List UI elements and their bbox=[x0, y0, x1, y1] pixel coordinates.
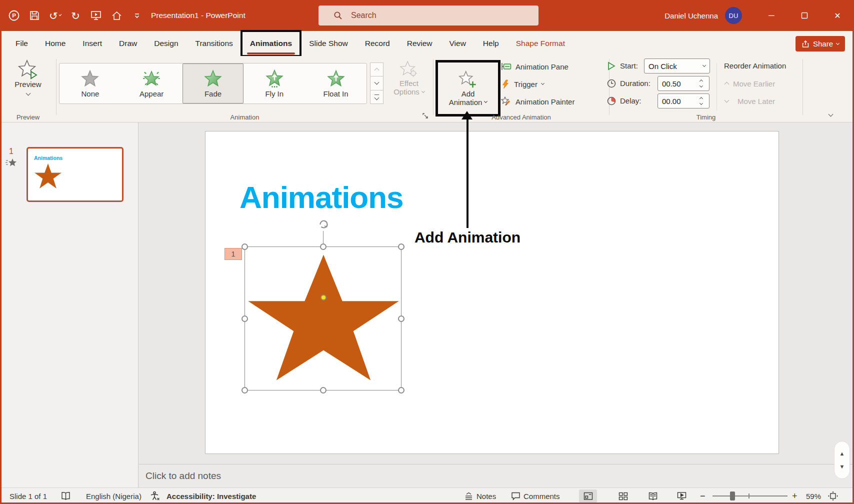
slideshow-view-button[interactable] bbox=[672, 490, 690, 502]
previous-slide-button[interactable]: ▲ bbox=[840, 450, 845, 456]
tab-view[interactable]: View bbox=[441, 31, 474, 56]
close-button[interactable]: ✕ bbox=[821, 0, 854, 31]
animation-number-badge[interactable]: 1 bbox=[224, 248, 242, 260]
gallery-scroll-down-button[interactable] bbox=[370, 76, 384, 90]
slide-thumbnail-1[interactable]: Animations bbox=[26, 147, 124, 202]
move-earlier-button[interactable]: Move Earlier bbox=[725, 76, 775, 91]
slide-title-text[interactable]: Animations bbox=[240, 180, 404, 215]
tab-file[interactable]: File bbox=[7, 31, 36, 56]
animation-painter-button[interactable]: Animation Painter bbox=[501, 94, 574, 109]
tab-record[interactable]: Record bbox=[356, 31, 398, 56]
animation-painter-label: Animation Painter bbox=[516, 98, 574, 106]
duration-input[interactable]: 00.50 bbox=[658, 76, 710, 91]
powerpoint-logo-icon[interactable]: P bbox=[8, 10, 20, 22]
start-slideshow-icon[interactable] bbox=[90, 10, 102, 22]
tab-design[interactable]: Design bbox=[146, 31, 186, 56]
notes-pane[interactable]: Click to add notes bbox=[139, 464, 854, 488]
avatar[interactable]: DU bbox=[725, 7, 742, 24]
tab-transitions[interactable]: Transitions bbox=[187, 31, 242, 56]
animation-effect-none[interactable]: None bbox=[60, 64, 121, 104]
duration-spinner[interactable] bbox=[700, 80, 705, 87]
resize-handle-se[interactable] bbox=[398, 387, 404, 394]
effect-options-icon bbox=[400, 60, 418, 79]
resize-handle-s[interactable] bbox=[320, 387, 326, 394]
delay-input[interactable]: 00.00 bbox=[658, 94, 710, 108]
trigger-button[interactable]: Trigger bbox=[501, 76, 544, 92]
zoom-slider-track[interactable] bbox=[712, 496, 788, 496]
move-later-button[interactable]: Move Later bbox=[725, 94, 775, 108]
resize-handle-sw[interactable] bbox=[242, 387, 248, 394]
animation-effect-fly-in[interactable]: Fly In bbox=[244, 64, 305, 104]
gallery-scroll-up-button[interactable] bbox=[370, 62, 384, 76]
comments-toggle[interactable]: Comments bbox=[511, 488, 560, 504]
animation-effect-float-in[interactable]: Float In bbox=[305, 64, 366, 104]
add-animation-button[interactable]: Add Animation bbox=[449, 70, 488, 106]
tab-insert[interactable]: Insert bbox=[74, 31, 110, 56]
save-icon[interactable] bbox=[28, 10, 40, 22]
zoom-slider-thumb[interactable] bbox=[730, 492, 735, 500]
undo-icon[interactable]: ↺ bbox=[49, 10, 61, 22]
collapse-ribbon-icon[interactable] bbox=[828, 112, 834, 117]
float-in-star-icon bbox=[327, 70, 345, 88]
share-button[interactable]: Share bbox=[796, 36, 845, 52]
resize-handle-nw[interactable] bbox=[242, 244, 248, 250]
accessibility-status[interactable]: Accessibility: Investigate bbox=[166, 488, 256, 504]
animation-effect-fade[interactable]: Fade bbox=[182, 64, 244, 104]
delay-spinner[interactable] bbox=[700, 98, 705, 104]
maximize-button[interactable] bbox=[788, 0, 821, 31]
customize-qat-chevron-icon[interactable] bbox=[131, 10, 143, 22]
tab-slide-show[interactable]: Slide Show bbox=[300, 31, 356, 56]
animation-indicator-icon[interactable] bbox=[5, 158, 18, 168]
tab-help[interactable]: Help bbox=[474, 31, 508, 56]
preview-button[interactable]: Preview bbox=[0, 59, 56, 95]
animation-dialog-launcher-icon[interactable] bbox=[422, 113, 428, 118]
resize-handle-w[interactable] bbox=[242, 316, 248, 322]
shape-adjust-handle[interactable] bbox=[320, 294, 326, 300]
none-star-icon bbox=[81, 70, 99, 88]
slide-thumbnail-panel: 1 Animations bbox=[0, 122, 138, 488]
reorder-animation-label: Reorder Animation bbox=[724, 58, 786, 74]
redo-icon[interactable]: ↻ bbox=[70, 10, 82, 22]
thumbnail-star-shape bbox=[34, 163, 62, 190]
normal-view-button[interactable] bbox=[579, 490, 597, 502]
language-indicator[interactable]: English (Nigeria) bbox=[86, 488, 142, 504]
tab-draw[interactable]: Draw bbox=[110, 31, 146, 56]
fade-star-icon bbox=[204, 70, 222, 88]
move-later-icon bbox=[724, 98, 730, 103]
spell-check-icon[interactable] bbox=[61, 488, 70, 504]
shape-selection-box[interactable] bbox=[244, 246, 402, 390]
animation-pane-button[interactable]: Animation Pane bbox=[501, 59, 568, 74]
slide-sorter-view-button[interactable] bbox=[614, 490, 632, 502]
zoom-out-button[interactable]: − bbox=[700, 488, 706, 504]
next-slide-button[interactable]: ▼ bbox=[840, 464, 845, 470]
home-icon[interactable] bbox=[110, 10, 122, 22]
gallery-more-button[interactable] bbox=[370, 90, 384, 104]
duration-value: 00.50 bbox=[662, 80, 681, 88]
user-name[interactable]: Daniel Uchenna bbox=[664, 12, 718, 20]
rotate-handle[interactable] bbox=[318, 218, 330, 230]
group-label-animation: Animation bbox=[56, 112, 433, 122]
effect-options-button[interactable]: Effect Options bbox=[386, 60, 432, 96]
slide-star-shape[interactable] bbox=[245, 252, 402, 388]
fit-to-window-button[interactable] bbox=[828, 488, 838, 504]
tab-home[interactable]: Home bbox=[36, 31, 74, 56]
animation-effect-appear[interactable]: Appear bbox=[121, 64, 182, 104]
zoom-percent[interactable]: 59% bbox=[806, 488, 821, 504]
resize-handle-e[interactable] bbox=[398, 316, 404, 322]
minimize-button[interactable]: ─ bbox=[755, 0, 788, 31]
start-select[interactable]: On Click bbox=[644, 58, 710, 74]
tab-review[interactable]: Review bbox=[398, 31, 441, 56]
search-input[interactable]: Search bbox=[318, 6, 538, 26]
slide-canvas[interactable]: Animations 1 bbox=[205, 131, 779, 454]
reading-view-button[interactable] bbox=[644, 490, 662, 502]
zoom-in-button[interactable]: + bbox=[792, 488, 798, 504]
group-label-timing: Timing bbox=[610, 112, 802, 122]
tab-shape-format[interactable]: Shape Format bbox=[508, 31, 574, 56]
workspace: 1 Animations Animations 1 bbox=[0, 122, 854, 488]
tab-animations[interactable]: Animations bbox=[242, 31, 300, 56]
resize-handle-n[interactable] bbox=[320, 244, 326, 250]
duration-icon bbox=[606, 78, 616, 88]
notes-toggle[interactable]: Notes bbox=[464, 488, 496, 504]
slide-indicator[interactable]: Slide 1 of 1 bbox=[10, 488, 47, 504]
powerpoint-window: P ↺ ↻ Presentation1 - PowerPoint Search bbox=[0, 0, 854, 504]
